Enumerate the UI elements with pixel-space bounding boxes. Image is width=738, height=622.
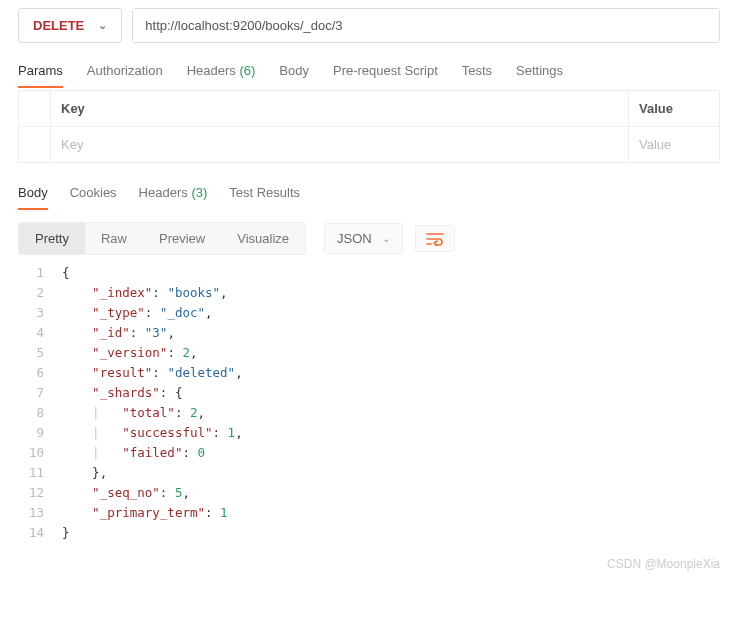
key-column-header: Key <box>51 91 629 126</box>
request-bar: DELETE ⌄ <box>18 8 720 43</box>
format-label: JSON <box>337 231 372 246</box>
view-visualize[interactable]: Visualize <box>221 223 305 254</box>
tab-headers[interactable]: Headers (6) <box>187 59 256 88</box>
http-method-selector[interactable]: DELETE ⌄ <box>18 8 122 43</box>
response-body[interactable]: 1{ 2 "_index": "books", 3 "_type": "_doc… <box>18 263 720 543</box>
table-row: Key Value <box>19 127 719 162</box>
resp-tab-testresults[interactable]: Test Results <box>229 181 300 210</box>
table-header-row: Key Value <box>19 91 719 127</box>
params-table: Key Value Key Value <box>18 90 720 163</box>
format-selector[interactable]: JSON ⌄ <box>324 223 403 254</box>
view-pretty[interactable]: Pretty <box>19 223 85 254</box>
chevron-down-icon: ⌄ <box>382 233 390 244</box>
tab-body[interactable]: Body <box>279 59 309 88</box>
view-mode-selector: Pretty Raw Preview Visualize <box>18 222 306 255</box>
tab-prerequest[interactable]: Pre-request Script <box>333 59 438 88</box>
value-column-header: Value <box>629 91 719 126</box>
view-raw[interactable]: Raw <box>85 223 143 254</box>
resp-tab-body[interactable]: Body <box>18 181 48 210</box>
url-field-wrap <box>132 8 720 43</box>
response-toolbar: Pretty Raw Preview Visualize JSON ⌄ <box>18 222 720 255</box>
row-checkbox-cell[interactable] <box>19 127 51 162</box>
tab-tests[interactable]: Tests <box>462 59 492 88</box>
resp-tab-cookies[interactable]: Cookies <box>70 181 117 210</box>
select-all-checkbox-cell[interactable] <box>19 91 51 126</box>
http-method-label: DELETE <box>33 18 84 33</box>
watermark: CSDN @MoonpieXia <box>18 557 720 571</box>
url-input[interactable] <box>133 9 719 42</box>
response-tabs: Body Cookies Headers (3) Test Results <box>18 181 720 210</box>
request-tabs: Params Authorization Headers (6) Body Pr… <box>18 59 720 88</box>
wrap-icon <box>426 231 444 247</box>
tab-params[interactable]: Params <box>18 59 63 88</box>
tab-authorization[interactable]: Authorization <box>87 59 163 88</box>
view-preview[interactable]: Preview <box>143 223 221 254</box>
key-input[interactable]: Key <box>51 127 629 162</box>
tab-settings[interactable]: Settings <box>516 59 563 88</box>
wrap-lines-button[interactable] <box>415 225 455 252</box>
resp-tab-headers[interactable]: Headers (3) <box>139 181 208 210</box>
value-input[interactable]: Value <box>629 127 719 162</box>
chevron-down-icon: ⌄ <box>98 19 107 32</box>
